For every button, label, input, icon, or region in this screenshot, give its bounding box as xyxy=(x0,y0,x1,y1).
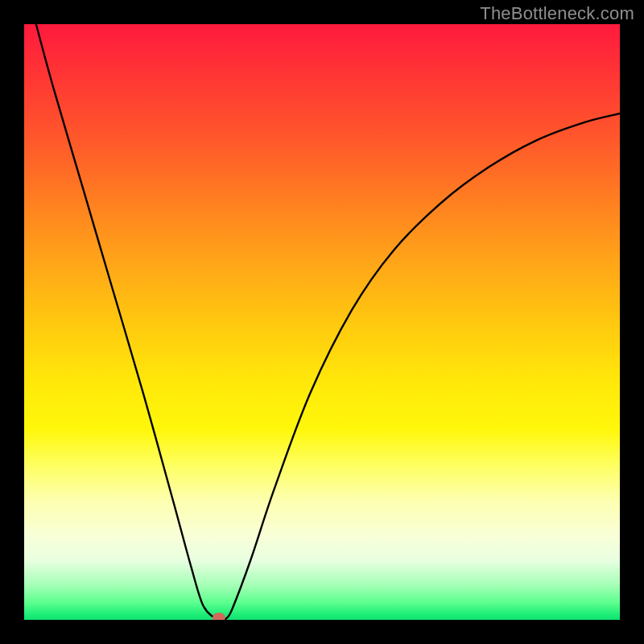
bottleneck-curve-svg xyxy=(24,24,620,620)
plot-area xyxy=(24,24,620,620)
bottleneck-curve-path xyxy=(36,24,620,620)
optimum-marker xyxy=(213,613,225,620)
watermark-text: TheBottleneck.com xyxy=(480,3,634,24)
chart-frame: TheBottleneck.com xyxy=(0,0,644,644)
